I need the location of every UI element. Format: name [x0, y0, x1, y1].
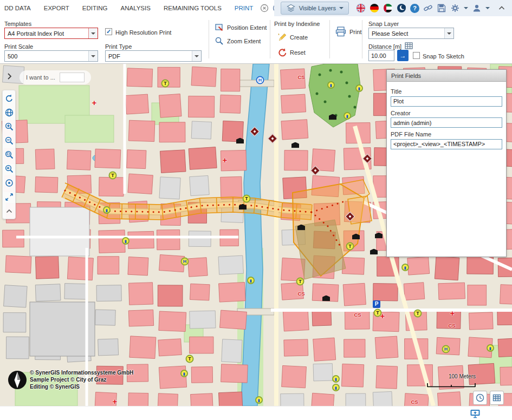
- screen-share-icon[interactable]: [470, 408, 481, 419]
- high-resolution-label: High Resolution Print: [115, 29, 171, 36]
- print-type-select[interactable]: PDF: [105, 50, 202, 62]
- user-caret-icon: [485, 7, 490, 11]
- print-button[interactable]: Print: [335, 26, 362, 38]
- creator-label: Creator: [391, 110, 502, 116]
- print-fields-header[interactable]: Print Fields: [387, 70, 506, 82]
- pdf-file-name-label: PDF File Name: [391, 131, 502, 137]
- i-want-to-input[interactable]: [60, 73, 85, 82]
- zoom-extent-button[interactable]: Zoom Extent: [215, 36, 261, 46]
- pdf-file-name-input[interactable]: [391, 139, 502, 149]
- help-icon[interactable]: ?: [410, 4, 419, 13]
- tab-print[interactable]: PRINT: [235, 5, 254, 11]
- templates-select-arrow[interactable]: [88, 28, 98, 38]
- print-scale-select-arrow[interactable]: [88, 51, 98, 61]
- map-corner-buttons: [473, 391, 504, 405]
- reset-indexline-button[interactable]: Reset: [277, 48, 306, 57]
- distance-label: Distance [m]: [368, 43, 401, 50]
- flag-uk-icon[interactable]: [356, 3, 366, 13]
- tab-remaining-tools[interactable]: REMAINING TOOLS: [164, 5, 222, 11]
- flag-uae-icon[interactable]: [383, 3, 393, 13]
- chevron-right-icon: [4, 71, 14, 81]
- gear-icon[interactable]: [450, 3, 460, 13]
- dark-mode-moon-icon[interactable]: [397, 3, 406, 13]
- print-fields-panel: Print Fields Title Creator PDF File Name: [386, 69, 507, 257]
- reset-icon: [277, 48, 287, 57]
- map-toolbar: [2, 90, 16, 219]
- snap-to-sketch-checkbox[interactable]: [413, 52, 420, 59]
- snap-layer-select[interactable]: Please Select: [368, 28, 454, 39]
- top-menubar: DD DATAEXPORTEDITINGANALYSISREMAINING TO…: [0, 0, 512, 16]
- gear-caret-icon: [464, 7, 468, 11]
- globe-icon[interactable]: [4, 107, 14, 117]
- zoom-previous-icon[interactable]: [4, 163, 14, 174]
- station-building: [30, 207, 89, 256]
- create-indexline-button[interactable]: Create: [277, 32, 308, 42]
- zoom-extent-icon: [215, 36, 224, 46]
- snap-layer-select-arrow[interactable]: [444, 28, 453, 38]
- print-type-label: Print Type: [105, 43, 132, 50]
- attribute-table-button[interactable]: [490, 391, 504, 405]
- title-input[interactable]: [391, 96, 502, 107]
- print-scale-select[interactable]: 500: [4, 50, 98, 62]
- distance-grid-icon[interactable]: [405, 42, 413, 50]
- compass-icon[interactable]: [7, 370, 28, 390]
- layers-icon: [286, 3, 296, 13]
- tab-analysis[interactable]: ANALYSIS: [121, 5, 151, 11]
- collapse-toolbar-icon[interactable]: [4, 206, 14, 216]
- creator-input[interactable]: [391, 117, 502, 128]
- save-icon[interactable]: [437, 3, 446, 13]
- zoom-in-icon[interactable]: [4, 121, 14, 132]
- user-icon[interactable]: [472, 3, 482, 13]
- chevron-down-icon: [339, 7, 344, 11]
- topbar-right-cluster: Visible Layers ?: [274, 0, 512, 16]
- scale-bar-label: 100 Meters: [427, 373, 476, 379]
- ribbon-divider: [270, 20, 270, 58]
- map-container: TTTTTTTTHHH▮▮▮▮▮▮▮▮▮▮▮▮+++++PCSCSCSCSCS …: [0, 64, 512, 406]
- refresh-icon[interactable]: [4, 93, 14, 103]
- zoom-window-icon[interactable]: [4, 149, 14, 160]
- flag-germany-icon[interactable]: [370, 3, 379, 13]
- link-icon[interactable]: [423, 3, 433, 13]
- scale-bar: 100 Meters: [427, 373, 476, 390]
- print-ribbon: Templates A4 Portrait Index Plot Print S…: [0, 16, 512, 64]
- apply-distance-button[interactable]: →: [397, 50, 409, 61]
- distance-input[interactable]: [368, 50, 394, 61]
- i-want-to-label: I want to ...: [26, 74, 55, 81]
- create-sketch-icon: [277, 32, 287, 42]
- ribbon-divider: [362, 20, 362, 58]
- zoom-out-icon[interactable]: [4, 135, 14, 146]
- ribbon-divider: [329, 20, 330, 58]
- tab-export[interactable]: EXPORT: [44, 5, 69, 11]
- full-extent-icon[interactable]: [4, 192, 14, 202]
- position-extent-icon: [215, 23, 224, 32]
- tab-editing[interactable]: EDITING: [82, 5, 108, 11]
- tab-dd-data[interactable]: DD DATA: [4, 5, 31, 11]
- title-label: Title: [391, 88, 502, 95]
- ribbon-divider: [209, 20, 209, 58]
- map-attribution: © SynerGIS Informationssysteme GmbH Samp…: [30, 369, 133, 390]
- high-resolution-checkbox[interactable]: [105, 28, 112, 35]
- position-extent-button[interactable]: Position Extent: [215, 23, 267, 32]
- snap-layer-label: Snap Layer: [368, 21, 399, 27]
- print-scale-label: Print Scale: [4, 43, 33, 50]
- collapse-ribbon-icon[interactable]: [497, 3, 507, 13]
- templates-select[interactable]: A4 Portrait Index Plot: [4, 28, 98, 39]
- print-by-indexline-label: Print by Indexline: [274, 21, 320, 27]
- menu-tabs: DD DATAEXPORTEDITINGANALYSISREMAINING TO…: [0, 5, 253, 11]
- printer-icon: [335, 26, 347, 38]
- bottom-strip: [0, 406, 512, 420]
- center-map-icon[interactable]: [4, 178, 14, 188]
- expand-panel-button[interactable]: [4, 71, 14, 81]
- visible-layers-button[interactable]: Visible Layers: [281, 2, 349, 15]
- visible-layers-label: Visible Layers: [299, 5, 336, 11]
- snap-to-sketch-label: Snap To Sketch: [423, 53, 464, 60]
- close-tab-icon[interactable]: [260, 3, 269, 13]
- time-slider-button[interactable]: [473, 391, 487, 405]
- gray-complex: [30, 302, 95, 356]
- i-want-to-widget[interactable]: I want to ...: [20, 70, 91, 84]
- templates-label: Templates: [4, 21, 31, 27]
- arrow-right-icon: →: [400, 52, 406, 60]
- print-type-select-arrow[interactable]: [192, 51, 201, 61]
